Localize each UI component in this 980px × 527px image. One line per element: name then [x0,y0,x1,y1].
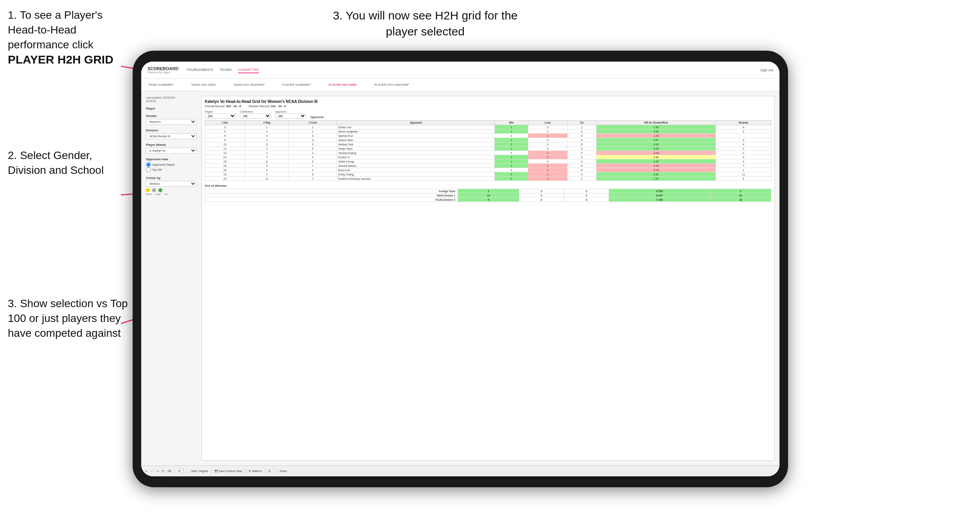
th-div: # Div [205,120,245,125]
toolbar-grid[interactable]: ⊡ [162,470,164,473]
toolbar-save-custom-view[interactable]: 💾 Save Custom View [215,470,242,473]
toolbar-view-original[interactable]: 📄 View: Original [187,470,208,473]
th-win: Win [495,120,528,125]
colour-labels: Down Level Up [146,193,197,195]
toolbar-refresh[interactable]: ↺ [178,470,180,473]
region-filter: Region (All) [205,110,236,118]
sub-navbar: TEAM SUMMARY TEAM H2H GRID TEAM H2H HEAT… [141,79,779,91]
gender-section: Gender Women's Men's [146,114,197,125]
division-select[interactable]: NCAA Division III NCAA Division I NCAA D… [146,133,197,139]
sub-nav-team-h2h-grid[interactable]: TEAM H2H GRID [190,83,217,87]
region-select[interactable]: (All) [205,113,236,118]
table-row: 6 3 3 Sydney Kuo 0 1 0 -1.00 [205,134,771,138]
instruction-1-bold: PLAYER H2H GRID [8,53,114,66]
table-row: 16 3 7 Jessica Mason 1 2 0 -0.94 7 [205,164,771,168]
toolbar-divider-1 [174,468,175,474]
sub-nav-team-summary[interactable]: TEAM SUMMARY [147,83,174,87]
sub-nav-team-h2h-heatmap[interactable]: TEAM H2H HEATMAP [233,83,266,87]
toolbar-divider-2 [183,468,184,474]
th-conf: # Conf [289,120,337,125]
player-label: Player [146,107,197,110]
player-rank-label: Player (Rank) [146,143,197,147]
table-row: 3 1 1 Esther Lee 1 0 1 1.50 4 [205,125,771,129]
colour-section: Colour by Win/loss Down Level Up [146,176,197,195]
out-of-div-row: NAIA Division 1 15 0 0 9.267 30 [205,193,771,198]
table-row: 9 1 4 Sharon Mun 1 0 0 3.67 3 [205,138,771,142]
th-reg: # Reg [245,120,289,125]
bottom-toolbar: ↩ ← ↪ ⊡ ⌫ ↺ 📄 View: Original 💾 Save Cust… [141,465,779,476]
toolbar-undo[interactable]: ↩ [145,470,147,473]
instruction-3-top-text: 3. You will now see H2H grid for the pla… [332,8,519,39]
opponent-view-radios: Opponents Played Top 100 [146,162,197,172]
division-record: Division Record: 331 - 34 - 6 [249,104,286,108]
out-of-div-row: Foreign Team 1 0 0 4.500 2 [205,189,771,193]
tablet-frame: SCOREBOARD Powered by clippd TOURNAMENTS… [133,51,788,487]
opponent-view-section: Opponent view Opponents Played Top 100 [146,157,197,172]
instruction-2-text: 2. Select Gender, Division and School [8,148,125,178]
radio-opponents-played[interactable]: Opponents Played [146,162,197,167]
app-logo: SCOREBOARD Powered by clippd [147,66,178,74]
last-updated: Last Updated: 27/03/2024 16:55:38 [146,96,197,103]
grid-title: Katelyn Vo Head-to-Head Grid for Women's… [205,99,771,104]
instruction-3-bottom-text: 3. Show selection vs Top 100 or just pla… [8,296,129,340]
toolbar-back[interactable]: ← [151,470,153,472]
opponents-label-group: Opponents: [310,110,324,118]
dot-down [146,188,150,192]
th-opponent: Opponent [337,120,495,125]
conference-select[interactable]: (All) [240,113,271,118]
nav-teams[interactable]: TEAMS [220,67,232,73]
sub-nav-player-h2h-grid[interactable]: PLAYER H2H GRID [328,83,357,87]
nav-committee[interactable]: COMMITTEE [238,67,259,73]
table-row: 18 2 2 Euna Lee 0 1 0 -5.00 2 [205,168,771,172]
main-content: Last Updated: 27/03/2024 16:55:38 Player… [141,91,779,465]
conference-label: Conference [240,110,271,113]
right-panel: Katelyn Vo Head-to-Head Grid for Women's… [201,96,775,461]
filters-row: Region (All) Conference (All) Opponent [205,110,771,118]
table-row: 20 11 7 Federica Domecq Lacroze 2 1 0 1.… [205,177,771,181]
toolbar-divider-4 [245,468,245,474]
th-loss: Loss [528,120,568,125]
toolbar-divider-5 [265,468,265,474]
overall-record: Overall Record: 353 - 34 - 6 [205,104,241,108]
out-of-division-table: Foreign Team 1 0 0 4.500 2 NAIA Division… [205,189,771,202]
dot-level [152,188,156,192]
sub-nav-player-h2h-heatmap[interactable]: PLAYER H2H HEATMAP [373,83,410,87]
nav-sign-out[interactable]: Sign out [760,68,773,72]
division-label: Division [146,129,197,132]
instruction-1-text: 1. To see a Player's Head-to-Head perfor… [8,8,133,68]
opponents-label: Opponents: [310,116,324,118]
player-rank-select[interactable]: 8. Katelyn Vo [146,148,197,154]
table-row: 14 7 4 Eunice Yi 2 2 0 0.38 9 [205,155,771,159]
table-row: 10 6 3 Andrea York 2 0 0 4.00 4 [205,142,771,147]
gender-select[interactable]: Women's Men's [146,119,197,125]
table-row: 5 2 2 Alexis Sudjianto 1 0 0 4.00 3 [205,129,771,134]
out-of-division-header: Out of division [205,184,771,187]
toolbar-divider-3 [211,468,211,474]
toolbar-watch[interactable]: 👁 Watch ▾ [249,470,262,473]
nav-tournaments[interactable]: TOURNAMENTS [186,67,213,73]
colour-by-label: Colour by [146,176,197,180]
toolbar-redo[interactable]: ↪ [156,470,159,473]
instruction-1-area: 1. To see a Player's Head-to-Head perfor… [8,8,133,68]
player-section: Player [146,107,197,110]
opponent-select[interactable]: (All) [275,113,306,118]
toolbar-share[interactable]: ↑ Share [277,470,287,472]
tablet-screen: SCOREBOARD Powered by clippd TOURNAMENTS… [141,62,779,476]
toolbar-layout[interactable]: ⊡ [268,470,271,473]
colour-dots [146,188,197,192]
radio-top-100[interactable]: Top 100 [146,167,197,172]
th-rounds: Rounds [716,120,771,125]
player-rank-section: Player (Rank) 8. Katelyn Vo [146,143,197,154]
dot-up [158,188,162,192]
app-navbar: SCOREBOARD Powered by clippd TOURNAMENTS… [141,62,779,79]
toolbar-delete[interactable]: ⌫ [167,470,171,473]
region-label: Region [205,110,236,113]
colour-by-select[interactable]: Win/loss [146,181,197,187]
table-row: 13 1 1 Jessica Huang 0 1 0 -3.00 2 [205,151,771,155]
conference-filter: Conference (All) [240,110,271,118]
table-row: 11 2 5 Heejo Hyun 1 0 0 3.33 3 [205,147,771,151]
sub-nav-player-summary[interactable]: PLAYER SUMMARY [281,83,312,87]
out-of-div-row: NCAA Division 2 5 0 0 7.400 10 [205,198,771,202]
gender-label: Gender [146,114,197,118]
table-row: 15 8 5 Stella Cheng 1 0 0 1.25 4 [205,159,771,164]
